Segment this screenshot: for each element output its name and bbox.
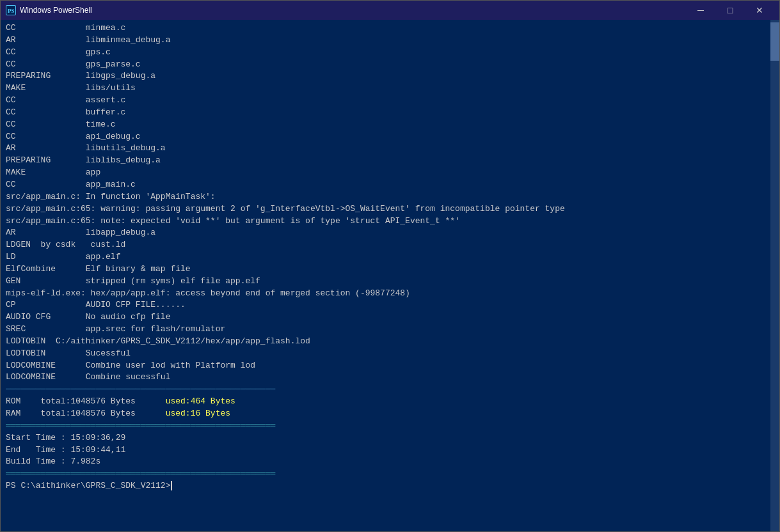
terminal-line: End Time : 15:09:44,11 [6,444,765,457]
terminal-line: LODTOBIN Sucessful [6,348,765,360]
window-controls: ─ □ ✕ [686,1,774,20]
terminal-line: AUDIO CFG No audio cfp file [6,311,765,324]
terminal-line: CP AUDIO CFP FILE...... [6,299,765,311]
terminal-line: Start Time : 15:09:36,29 [6,432,765,444]
terminal-line: LDGEN by csdk cust.ld [6,239,765,251]
terminal-content: CC minmea.cAR libminmea_debug.aCC gps.cC… [6,22,765,529]
terminal-line: CC gps_parse.c [6,59,765,71]
terminal-line: ════════════════════════════════════════… [6,420,765,432]
terminal-line: CC time.c [6,119,765,131]
terminal-line: src/app_main.c:65: warning: passing argu… [6,203,765,215]
scrollbar-thumb[interactable] [770,22,779,61]
terminal-line: CC buffer.c [6,107,765,119]
terminal-line: AR libapp_debug.a [6,227,765,239]
terminal-line: CC app_main.c [6,179,765,191]
close-button[interactable]: ✕ [745,1,774,20]
terminal-line: src/app_main.c: In function 'AppMainTask… [6,191,765,203]
svg-text:PS: PS [8,8,15,14]
scrollbar[interactable] [770,20,779,531]
terminal-line: MAKE app [6,167,765,179]
terminal-line: mips-elf-ld.exe: hex/app/app.elf: access… [6,288,765,300]
terminal-line: Build Time : 7.982s [6,456,765,468]
terminal-line: LODTOBIN C:/aithinker/GPRS_C_SDK_V2112/h… [6,336,765,348]
terminal-line: CC minmea.c [6,22,765,35]
terminal-line: RAM total:1048576 Bytes used:16 Bytes [6,408,765,420]
terminal-line: SREC app.srec for flash/romulator [6,324,765,336]
terminal-line: MAKE libs/utils [6,82,765,95]
titlebar: PS Windows PowerShell ─ □ ✕ [1,1,779,20]
terminal-line: ROM total:1048576 Bytes used:464 Bytes [6,396,765,408]
terminal-line: LODCOMBINE Combine user lod with Platfor… [6,360,765,372]
minimize-button[interactable]: ─ [686,1,715,20]
terminal-line: LD app.elf [6,251,765,263]
maximize-button[interactable]: □ [715,1,745,20]
terminal-line: PS C:\aithinker\GPRS_C_SDK_V2112> [6,480,765,492]
terminal-line: ────────────────────────────────────────… [6,384,765,396]
terminal-line: AR libutils_debug.a [6,143,765,155]
terminal-line: PREPARING liblibs_debug.a [6,155,765,167]
terminal-line: CC assert.c [6,95,765,107]
terminal-line: ElfCombine Elf binary & map file [6,263,765,276]
terminal-line: ════════════════════════════════════════… [6,468,765,480]
terminal-line: CC api_debug.c [6,131,765,143]
terminal-line: LODCOMBINE Combine sucessful [6,372,765,384]
terminal-line: src/app_main.c:65: note: expected 'void … [6,215,765,228]
window-title: Windows PowerShell [20,6,686,15]
terminal-line: PREPARING libgps_debug.a [6,70,765,82]
app-icon: PS [6,5,16,15]
terminal-body[interactable]: CC minmea.cAR libminmea_debug.aCC gps.cC… [1,20,779,531]
powershell-window: PS Windows PowerShell ─ □ ✕ CC minmea.cA… [0,0,780,532]
terminal-line: AR libminmea_debug.a [6,35,765,47]
terminal-line: GEN stripped (rm syms) elf file app.elf [6,276,765,288]
terminal-line: CC gps.c [6,47,765,59]
